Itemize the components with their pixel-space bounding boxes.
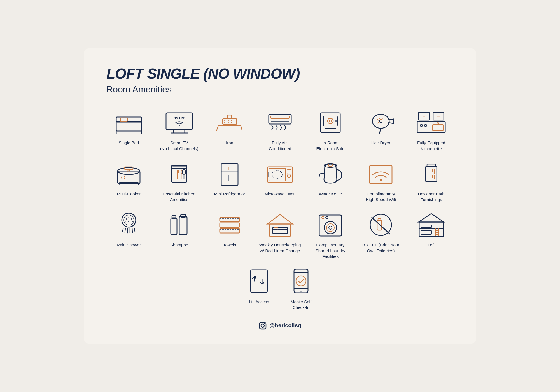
svg-rect-102: [171, 218, 177, 235]
bath-furnishings-icon: [416, 160, 447, 188]
footer: @hericollsg: [106, 322, 454, 330]
svg-line-36: [379, 128, 381, 134]
loft-label: Loft: [428, 242, 435, 248]
svg-point-18: [224, 122, 225, 123]
svg-point-89: [124, 215, 134, 225]
lift-access-icon: [244, 268, 274, 296]
svg-point-123: [326, 224, 334, 232]
amenity-wifi: ComplimentaryHigh Speed Wifi: [358, 160, 403, 203]
byot-label: B.Y.O.T. (Bring YourOwn Toiletries): [362, 242, 399, 254]
amenity-loft: Loft: [409, 211, 454, 259]
svg-point-35: [372, 114, 389, 128]
kitchen-amenities-label: Essential KitchenAmenities: [163, 191, 195, 203]
amenity-hair-dryer: Hair Dryer: [358, 109, 403, 151]
electronic-safe-label: In-RoomElectronic Safe: [316, 140, 345, 151]
laundry-icon: [315, 211, 346, 239]
microwave-icon: [265, 160, 295, 188]
amenity-towels: Towels: [207, 211, 252, 259]
multi-cooker-label: Multi-Cooker: [117, 191, 141, 197]
svg-point-46: [420, 124, 423, 127]
svg-rect-70: [287, 170, 291, 174]
bottom-row: Lift Access Mobile SelfCheck-In: [106, 268, 454, 311]
towels-icon: [214, 211, 245, 239]
amenity-byot: B.Y.O.T. (Bring YourOwn Toiletries): [358, 211, 403, 259]
svg-point-100: [128, 221, 129, 222]
svg-point-73: [272, 171, 282, 178]
svg-point-63: [182, 169, 186, 174]
amenity-shampoo: Shampoo: [157, 211, 202, 259]
hair-dryer-icon: [365, 109, 396, 137]
iron-label: Iron: [226, 140, 233, 146]
amenity-single-bed: Single Bed: [106, 109, 151, 151]
mini-refrigerator-icon: [214, 160, 245, 188]
amenity-lift-access: Lift Access: [244, 268, 274, 311]
wifi-label: ComplimentaryHigh Speed Wifi: [366, 191, 396, 203]
svg-rect-146: [259, 322, 266, 329]
svg-point-98: [131, 218, 132, 220]
svg-point-99: [125, 221, 126, 222]
svg-point-47: [424, 124, 427, 127]
svg-line-91: [125, 228, 125, 232]
page-title: LOFT SINGLE (NO WINDOW): [106, 65, 454, 82]
byot-icon: [365, 211, 396, 239]
svg-point-96: [126, 218, 127, 220]
svg-rect-69: [269, 168, 286, 181]
iron-icon: [214, 109, 245, 137]
svg-text:SMART: SMART: [174, 116, 185, 120]
housekeeping-label: Weekly Housekeepingw/ Bed Linen Change: [259, 242, 301, 254]
amenity-mini-refrigerator: Mini Refrigerator: [207, 160, 252, 203]
svg-point-71: [287, 174, 291, 178]
svg-rect-64: [221, 164, 238, 185]
svg-rect-126: [377, 220, 382, 230]
svg-point-33: [335, 120, 337, 122]
svg-rect-44: [433, 125, 443, 131]
svg-point-148: [264, 323, 265, 324]
amenity-mobile-checkin: Mobile SelfCheck-In: [286, 268, 316, 311]
rain-shower-label: Rain Shower: [117, 242, 141, 248]
amenity-iron: Iron: [207, 109, 252, 151]
amenity-smart-tv: SMART Smart TV(No Local Channels): [157, 109, 202, 151]
svg-point-7: [179, 125, 180, 126]
svg-rect-22: [271, 116, 289, 118]
svg-point-16: [228, 120, 229, 121]
kitchenette-icon: [416, 109, 447, 137]
kitchen-amenities-icon: [164, 160, 195, 188]
shampoo-icon: [164, 211, 195, 239]
rain-shower-icon: [113, 211, 144, 239]
svg-point-15: [224, 120, 225, 121]
svg-rect-21: [269, 114, 291, 124]
svg-point-97: [128, 217, 129, 218]
amenity-water-kettle: Water Kettle: [308, 160, 353, 203]
water-kettle-icon: [315, 160, 346, 188]
amenities-grid: Single Bed SMART Smart TV(No Local Chann…: [106, 109, 454, 259]
svg-rect-127: [378, 218, 381, 221]
svg-point-20: [231, 122, 232, 123]
svg-rect-5: [166, 113, 192, 130]
svg-rect-109: [220, 228, 239, 233]
mini-refrigerator-label: Mini Refrigerator: [214, 191, 245, 197]
svg-marker-129: [419, 214, 444, 222]
svg-point-121: [326, 216, 328, 219]
svg-rect-118: [319, 215, 342, 236]
mobile-checkin-icon: [286, 268, 316, 296]
svg-line-12: [216, 125, 218, 131]
single-bed-icon: [113, 109, 144, 137]
svg-rect-68: [267, 167, 293, 182]
svg-point-53: [122, 176, 125, 179]
svg-line-90: [122, 228, 123, 232]
svg-point-101: [132, 221, 133, 222]
svg-marker-113: [267, 214, 293, 224]
amenity-electronic-safe: In-RoomElectronic Safe: [308, 109, 353, 151]
multi-cooker-icon: [113, 160, 144, 188]
svg-point-19: [228, 122, 229, 123]
amenity-laundry: ComplimentaryShared LaundryFacilities: [308, 211, 353, 259]
loft-icon: [416, 211, 447, 239]
towels-label: Towels: [223, 242, 236, 248]
smart-tv-icon: SMART: [164, 109, 195, 137]
svg-point-122: [324, 221, 337, 234]
svg-line-95: [134, 228, 135, 232]
svg-point-37: [379, 120, 382, 123]
svg-rect-14: [223, 118, 237, 125]
svg-rect-108: [220, 223, 239, 227]
smart-tv-label: Smart TV(No Local Channels): [160, 140, 199, 151]
